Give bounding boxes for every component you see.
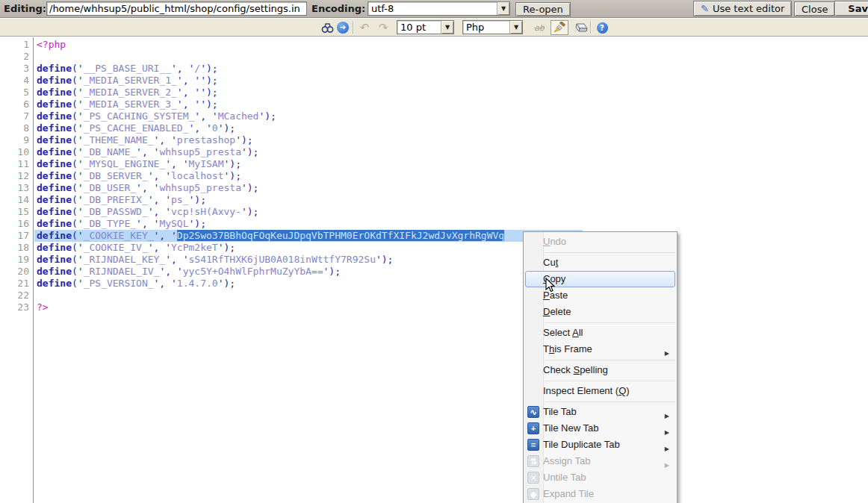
code-line-7[interactable]: define('_PS_CACHING_SYSTEM_', 'MCached')…: [34, 110, 868, 122]
reopen-button[interactable]: Re-open: [515, 2, 571, 16]
line-number: 8: [0, 122, 33, 134]
code-line-13[interactable]: define('_DB_USER_', 'whhsup5_presta');: [34, 182, 868, 194]
code-line-8[interactable]: define('_PS_CACHE_ENABLED_', '0');: [34, 122, 868, 134]
close-button[interactable]: Close: [794, 1, 835, 16]
menu-item-check-spelling[interactable]: Check Spelling: [525, 362, 675, 378]
code-token: sS41RfTHXK6jUB0A018inWttfY7R92Su: [189, 254, 376, 265]
code-line-4[interactable]: define('_MEDIA_SERVER_1_', '');: [34, 75, 868, 87]
help-button[interactable]: ?: [595, 20, 609, 35]
code-line-11[interactable]: define('_MYSQL_ENGINE_', 'MyISAM');: [34, 158, 868, 170]
menu-item-tile-duplicate-tab[interactable]: =Tile Duplicate Tab▶: [525, 437, 675, 453]
chevron-down-icon[interactable]: ▼: [497, 2, 509, 15]
find-button[interactable]: [320, 20, 334, 35]
syntax-select[interactable]: Php ▼: [462, 20, 523, 34]
code-token: _MEDIA_SERVER_1_: [84, 75, 177, 86]
code-token: (': [72, 99, 84, 110]
code-token: (': [72, 182, 84, 193]
line-number: 11: [0, 158, 33, 170]
line-number: 19: [0, 254, 33, 266]
code-token: ');: [189, 194, 206, 205]
code-token: _PS_CACHING_SYSTEM_: [84, 110, 195, 122]
menu-item-label: Check Spelling: [543, 364, 608, 375]
menu-item-this-frame[interactable]: This Frame▶: [525, 341, 675, 357]
code-line-2[interactable]: [34, 51, 868, 63]
code-token: ');: [241, 206, 258, 217]
selected-text: Dp2Swo37BBhOqFOqKeuJDpqVbTPHM0ErOKdTfXIF…: [177, 230, 504, 241]
code-line-20[interactable]: define('_RIJNDAEL_IV_', 'yyc5Y+O4hWlFphr…: [34, 266, 868, 278]
code-line-18[interactable]: define('_COOKIE_IV_', 'YcPm2keT');: [34, 242, 868, 254]
undo-icon: ↶: [360, 21, 370, 34]
code-line-23[interactable]: ?>: [34, 302, 868, 313]
line-number: 15: [0, 206, 33, 218]
code-token: (': [72, 206, 84, 217]
use-text-editor-button[interactable]: ✎Use text editor: [693, 1, 792, 16]
encoding-select[interactable]: utf-8 ▼: [368, 1, 510, 16]
code-line-3[interactable]: define('__PS_BASE_URI__', '/');: [34, 63, 868, 75]
code-line-9[interactable]: define('_THEME_NAME_', 'prestashop');: [34, 134, 868, 146]
menu-item-inspect-element-q[interactable]: Inspect Element (Q): [525, 383, 675, 399]
code-token: MyISAM: [189, 158, 224, 169]
line-number-gutter: 1234567891011121314151617181920212223: [0, 37, 34, 503]
code-token: (': [72, 278, 84, 289]
code-line-16[interactable]: define('_DB_TYPE_', 'MySQL');: [34, 218, 868, 230]
code-line-15[interactable]: define('_DB_PASSWD_', 'vcp!sH(Axvy-');: [34, 206, 868, 218]
code-token: _COOKIE_KEY_: [84, 230, 154, 241]
chevron-down-icon[interactable]: ▼: [509, 21, 522, 34]
menu-item-select-all[interactable]: Select All: [525, 325, 675, 341]
mouse-cursor-icon: [545, 278, 556, 293]
chevron-down-icon[interactable]: ▼: [441, 21, 453, 34]
code-token: vcp!sH(Axvy-: [171, 206, 241, 217]
code-token: whhsup5_presta: [159, 146, 241, 157]
code-token: ');: [218, 122, 235, 134]
redo-button: ↷: [376, 20, 391, 35]
code-token: ', '');: [177, 75, 218, 86]
code-token: ', ': [136, 182, 159, 193]
save-button[interactable]: Save: [834, 1, 868, 16]
code-token: _DB_TYPE_: [84, 218, 136, 229]
font-size-select[interactable]: 10 pt ▼: [397, 20, 454, 34]
code-token: __PS_BASE_URI__: [84, 63, 171, 74]
editor-window: { "topbar": { "editing_label": "Editing:…: [0, 0, 868, 503]
menu-item-label: Untile Tab: [543, 472, 586, 483]
use-text-editor-label: Use text editor: [713, 3, 784, 14]
code-line-1[interactable]: <?php: [34, 39, 868, 51]
code-line-5[interactable]: define('_MEDIA_SERVER_2_', '');: [34, 87, 868, 99]
menu-item-cut[interactable]: Cut: [525, 254, 675, 271]
code-token: ');: [218, 278, 235, 289]
word-wrap-icon: ab: [534, 23, 545, 33]
menu-item-assign-tab: ⇅Assign Tab▶: [525, 453, 675, 469]
code-token: ', ': [136, 146, 159, 157]
code-token: ', '');: [177, 87, 218, 98]
code-editor[interactable]: 1234567891011121314151617181920212223 <?…: [0, 37, 868, 503]
code-token: _DB_SERVER_: [84, 170, 148, 181]
menu-item-tile-tab[interactable]: ∿Tile Tab▶: [525, 404, 675, 420]
toolbar-separator: [590, 22, 591, 34]
code-line-19[interactable]: define('_RIJNDAEL_KEY_', 'sS41RfTHXK6jUB…: [34, 254, 868, 266]
code-line-10[interactable]: define('_DB_NAME_', 'whhsup5_presta');: [34, 146, 868, 158]
code-token: (': [72, 218, 84, 229]
menu-item-delete[interactable]: Delete: [525, 304, 675, 320]
go-arrow-icon: ➜: [337, 22, 349, 34]
code-line-21[interactable]: define('_PS_VERSION_', '1.4.7.0');: [34, 278, 868, 290]
menu-item-tile-new-tab[interactable]: +Tile New Tab▶: [525, 420, 675, 437]
reformat-button[interactable]: [551, 20, 568, 35]
menu-item-label: Delete: [543, 306, 571, 317]
redo-icon: ↷: [379, 21, 388, 34]
code-line-14[interactable]: define('_DB_PREFIX_', 'ps_');: [34, 194, 868, 206]
binoculars-icon: [321, 22, 334, 34]
code-token: (': [72, 146, 84, 157]
menu-item-label: Cut: [543, 257, 558, 268]
code-line-22[interactable]: [34, 290, 868, 302]
code-area[interactable]: <?phpdefine('__PS_BASE_URI__', '/');defi…: [34, 37, 868, 503]
code-line-12[interactable]: define('_DB_SERVER_', 'localhost');: [34, 170, 868, 182]
code-token: YcPm2keT: [171, 242, 218, 253]
code-line-17[interactable]: define('_COOKIE_KEY_', 'Dp2Swo37BBhOqFOq…: [34, 230, 868, 242]
code-line-6[interactable]: define('_MEDIA_SERVER_3_', '');: [34, 99, 868, 110]
code-token: define: [37, 110, 72, 122]
code-token: ', ': [165, 254, 188, 265]
clear-highlight-button[interactable]: [571, 20, 589, 35]
code-token: ?>: [37, 302, 49, 313]
code-token: ', '');: [177, 99, 218, 110]
go-to-line-button[interactable]: ➜: [336, 20, 350, 35]
file-path-input[interactable]: [46, 1, 307, 16]
